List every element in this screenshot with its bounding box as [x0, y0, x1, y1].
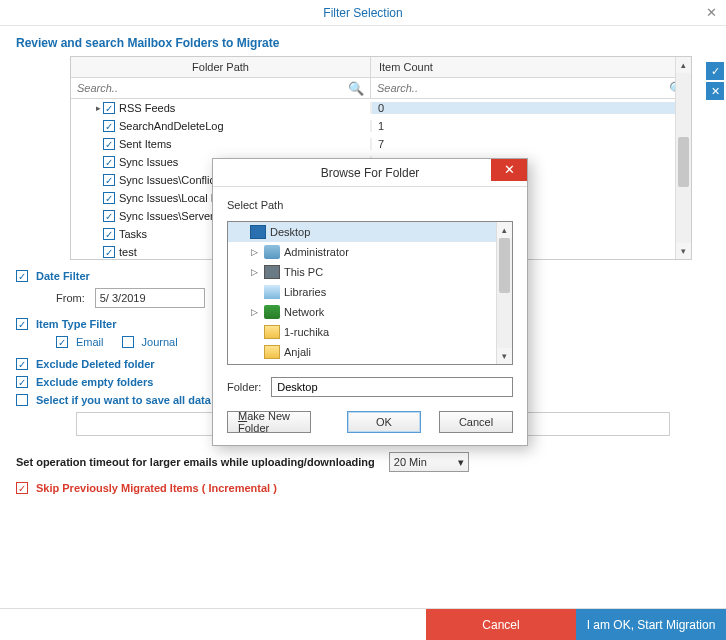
- exclude-deleted-checkbox[interactable]: ✓: [16, 358, 28, 370]
- folder-tree-item[interactable]: ▷Network: [228, 302, 512, 322]
- expander-icon[interactable]: ▷: [248, 307, 260, 317]
- item-type-checkbox[interactable]: ✓: [122, 336, 134, 348]
- window-close-button[interactable]: ✕: [702, 4, 720, 22]
- folder-tree-label: 1-ruchika: [284, 326, 329, 338]
- scroll-down-icon[interactable]: ▾: [497, 348, 512, 364]
- row-count: 7: [371, 138, 691, 150]
- table-row[interactable]: ▸✓RSS Feeds0: [71, 99, 691, 117]
- lib-icon: [264, 285, 280, 299]
- net-icon: [264, 305, 280, 319]
- item-type-checkbox[interactable]: ✓: [56, 336, 68, 348]
- date-from-value: 5/ 3/2019: [100, 292, 146, 304]
- timeout-row: Set operation timeout for larger emails …: [16, 452, 726, 472]
- date-from-input[interactable]: 5/ 3/2019: [95, 288, 205, 308]
- folder-tree-label: This PC: [284, 266, 323, 278]
- exclude-empty-checkbox[interactable]: ✓: [16, 376, 28, 388]
- ok-button[interactable]: OK: [347, 411, 421, 433]
- item-type-filter-label: Item Type Filter: [36, 318, 116, 330]
- grid-header: Folder Path Item Count: [71, 57, 691, 78]
- folder-tree-label: Administrator: [284, 246, 349, 258]
- column-header-item-count[interactable]: Item Count: [371, 57, 691, 77]
- row-checkbox[interactable]: ✓: [103, 120, 115, 132]
- item-type-label: Email: [76, 336, 104, 348]
- folder-tree-item[interactable]: ▷This PC: [228, 262, 512, 282]
- folder-name-input[interactable]: [271, 377, 513, 397]
- row-count: 0: [371, 102, 691, 114]
- row-checkbox[interactable]: ✓: [103, 156, 115, 168]
- desktop-icon: [250, 225, 266, 239]
- search-item-count-input[interactable]: [371, 78, 663, 98]
- row-label: Sync Issues\Conflicts: [119, 174, 224, 186]
- dialog-title: Browse For Folder: [321, 166, 420, 180]
- deselect-all-button[interactable]: ✕: [706, 82, 724, 100]
- scroll-up-icon[interactable]: ▴: [676, 57, 691, 73]
- row-checkbox[interactable]: ✓: [103, 174, 115, 186]
- scroll-up-icon[interactable]: ▴: [497, 222, 512, 238]
- folder-tree-item[interactable]: 1-ruchika: [228, 322, 512, 342]
- grid-search-row: 🔍 🔍: [71, 78, 691, 99]
- browse-for-folder-dialog: Browse For Folder ✕ Select Path Desktop▷…: [212, 158, 528, 446]
- folder-tree-label: Anjali: [284, 346, 311, 358]
- make-new-folder-button[interactable]: Make New Folder: [227, 411, 311, 433]
- grid-scrollbar[interactable]: ▴ ▾: [675, 57, 691, 259]
- row-label: Sync Issues: [119, 156, 178, 168]
- folder-icon: [264, 345, 280, 359]
- cancel-button[interactable]: Cancel: [426, 609, 576, 640]
- item-type-filter-checkbox[interactable]: ✓: [16, 318, 28, 330]
- row-checkbox[interactable]: ✓: [103, 246, 115, 258]
- row-checkbox[interactable]: ✓: [103, 138, 115, 150]
- row-count: 1: [371, 120, 691, 132]
- footer: Cancel I am OK, Start Migration: [0, 608, 726, 640]
- person-icon: [264, 245, 280, 259]
- search-icon[interactable]: 🔍: [342, 81, 370, 96]
- dialog-close-button[interactable]: ✕: [491, 159, 527, 181]
- expander-icon[interactable]: ▷: [248, 267, 260, 277]
- window-title: Filter Selection: [323, 6, 402, 20]
- folder-tree-item[interactable]: ▷Administrator: [228, 242, 512, 262]
- exclude-deleted-label: Exclude Deleted folder: [36, 358, 155, 370]
- folder-tree-scrollbar[interactable]: ▴ ▾: [496, 222, 512, 364]
- folder-name-label: Folder:: [227, 381, 261, 393]
- timeout-value: 20 Min: [394, 456, 427, 468]
- page-heading: Review and search Mailbox Folders to Mig…: [16, 36, 726, 50]
- titlebar: Filter Selection ✕: [0, 0, 726, 26]
- dialog-buttons: Make New Folder OK Cancel: [227, 411, 513, 433]
- expander-icon[interactable]: ▷: [248, 247, 260, 257]
- folder-tree-item[interactable]: Anjali: [228, 342, 512, 362]
- expander-icon[interactable]: ▸: [93, 103, 103, 113]
- grid-side-buttons: ✓ ✕: [706, 62, 724, 100]
- row-checkbox[interactable]: ✓: [103, 228, 115, 240]
- folder-tree-label: Network: [284, 306, 324, 318]
- skip-previously-migrated-checkbox[interactable]: ✓: [16, 482, 28, 494]
- row-checkbox[interactable]: ✓: [103, 210, 115, 222]
- timeout-select[interactable]: 20 Min ▾: [389, 452, 469, 472]
- scroll-thumb[interactable]: [678, 137, 689, 187]
- scroll-down-icon[interactable]: ▾: [676, 243, 691, 259]
- skip-previously-migrated-label: Skip Previously Migrated Items ( Increme…: [36, 482, 277, 494]
- date-filter-checkbox[interactable]: ✓: [16, 270, 28, 282]
- column-header-folder-path[interactable]: Folder Path: [71, 57, 371, 77]
- table-row[interactable]: ✓Sent Items7: [71, 135, 691, 153]
- row-label: test: [119, 246, 137, 258]
- item-type-label: Journal: [142, 336, 178, 348]
- timeout-label: Set operation timeout for larger emails …: [16, 456, 375, 468]
- folder-tree[interactable]: Desktop▷Administrator▷This PCLibraries▷N…: [227, 221, 513, 365]
- skip-previously-migrated-row: ✓ Skip Previously Migrated Items ( Incre…: [16, 482, 726, 494]
- select-all-button[interactable]: ✓: [706, 62, 724, 80]
- folder-tree-item[interactable]: Libraries: [228, 282, 512, 302]
- dialog-titlebar[interactable]: Browse For Folder ✕: [213, 159, 527, 187]
- dialog-cancel-button[interactable]: Cancel: [439, 411, 513, 433]
- row-label: Sent Items: [119, 138, 172, 150]
- date-from-label: From:: [56, 292, 85, 304]
- row-checkbox[interactable]: ✓: [103, 102, 115, 114]
- row-checkbox[interactable]: ✓: [103, 192, 115, 204]
- folder-tree-label: Libraries: [284, 286, 326, 298]
- start-migration-button[interactable]: I am OK, Start Migration: [576, 609, 726, 640]
- search-folder-path-input[interactable]: [71, 78, 342, 98]
- row-label: Tasks: [119, 228, 147, 240]
- chevron-down-icon: ▾: [458, 456, 464, 469]
- folder-tree-item[interactable]: Desktop: [228, 222, 512, 242]
- table-row[interactable]: ✓SearchAndDeleteLog1: [71, 117, 691, 135]
- scroll-thumb[interactable]: [499, 238, 510, 293]
- save-all-checkbox[interactable]: ✓: [16, 394, 28, 406]
